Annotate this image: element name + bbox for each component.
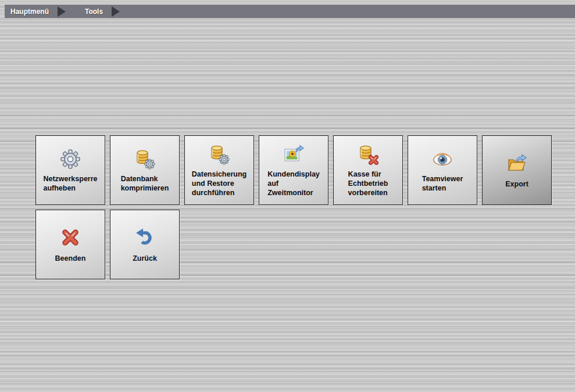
breadcrumb-item-tools[interactable]: Tools [85,8,103,16]
button-label: Beenden [55,254,86,263]
button-label: Netzwerksperre aufheben [43,174,97,193]
folder-export-icon [506,152,528,174]
button-label: Kasse für Echtbetrieb vorbereiten [348,170,388,197]
database-gear-icon [208,143,230,166]
picture-share-icon [283,143,305,166]
breadcrumb: Hauptmenü Tools [5,5,575,18]
breadcrumb-arrow-icon [112,6,120,17]
button-label: Datenbank komprimieren [121,174,169,193]
database-gear-icon [134,148,156,170]
database-remove-icon [357,143,379,166]
tools-button-grid: Netzwerksperre aufheben [35,135,552,279]
back-arrow-icon [134,226,156,249]
kasse-echtbetrieb-button[interactable]: Kasse für Echtbetrieb vorbereiten [333,135,403,205]
export-button[interactable]: Export [482,135,552,205]
button-label: Datensicherung und Restore durchführen [192,170,247,197]
zurueck-button[interactable]: Zurück [110,210,180,279]
datenbank-komprimieren-button[interactable]: Datenbank komprimieren [110,135,180,205]
tools-screen: { "breadcrumb": { "items": [ { "label": … [0,0,575,392]
button-label: Export [505,179,528,189]
gear-icon [59,148,81,170]
breadcrumb-arrow-icon [58,6,66,17]
button-label: Zurück [133,254,157,263]
teamviewer-starten-button[interactable]: Teamviewer starten [408,135,477,205]
breadcrumb-item-hauptmenu[interactable]: Hauptmenü [10,8,49,16]
beenden-button[interactable]: Beenden [35,210,105,279]
datensicherung-restore-button[interactable]: Datensicherung und Restore durchführen [184,135,254,205]
netzwerksperre-aufheben-button[interactable]: Netzwerksperre aufheben [35,135,105,205]
kundendisplay-zweitmonitor-button[interactable]: Kundendisplay auf Zweitmonitor [259,135,328,205]
close-x-icon [59,226,81,249]
button-label: Kundendisplay auf Zweitmonitor [267,170,320,197]
button-label: Teamviewer starten [422,174,463,193]
eye-icon [431,148,453,170]
